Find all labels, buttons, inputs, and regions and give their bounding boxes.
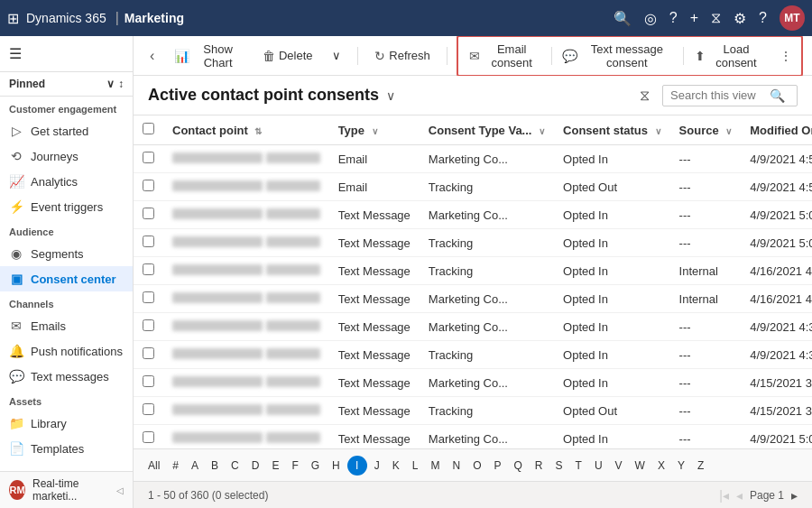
alpha-button-j[interactable]: J xyxy=(369,457,385,475)
plus-icon[interactable]: + xyxy=(690,10,698,26)
table-row[interactable]: Text Message Marketing Co... Opted In In… xyxy=(134,285,812,313)
cell-source: --- xyxy=(670,425,742,449)
dropdown-btn[interactable]: ∨ xyxy=(325,45,348,66)
filter-icon[interactable]: ⧖ xyxy=(640,88,650,104)
alpha-button-w[interactable]: W xyxy=(630,457,651,475)
sidebar-item-text-messages[interactable]: 💬 Text messages xyxy=(0,364,133,389)
search-box: 🔍 xyxy=(662,85,798,106)
alpha-button-p[interactable]: P xyxy=(489,457,507,475)
alpha-button-o[interactable]: O xyxy=(467,457,486,475)
table-row[interactable]: Text Message Tracking Opted In --- 4/9/2… xyxy=(134,341,812,369)
sidebar-item-journeys[interactable]: ⟲ Journeys xyxy=(0,143,133,169)
alpha-button-h[interactable]: H xyxy=(327,457,346,475)
prev-page-button[interactable]: ◂ xyxy=(736,488,743,503)
table-row[interactable]: Text Message Tracking Opted In --- 4/9/2… xyxy=(134,229,812,257)
row-checkbox[interactable] xyxy=(143,291,154,303)
expand-icon[interactable]: ↕ xyxy=(118,78,124,90)
table-row[interactable]: Text Message Tracking Opted In Internal … xyxy=(134,257,812,285)
alpha-button-c[interactable]: C xyxy=(226,457,245,475)
target-icon[interactable]: ◎ xyxy=(644,10,657,27)
alpha-button-all[interactable]: All xyxy=(143,457,165,475)
next-page-button[interactable]: ▸ xyxy=(791,488,798,503)
row-checkbox[interactable] xyxy=(143,319,154,331)
email-consent-button[interactable]: ✉ Email consent xyxy=(462,39,548,73)
cell-contact-point xyxy=(163,257,329,285)
row-checkbox[interactable] xyxy=(143,375,154,387)
table-area: Contact point ⇅ Type ∨ Consent Type Va..… xyxy=(134,115,812,448)
sidebar-item-push-notifications[interactable]: 🔔 Push notifications xyxy=(0,338,133,364)
search-icon[interactable]: 🔍 xyxy=(614,10,632,27)
settings-icon[interactable]: ⚙ xyxy=(734,10,746,27)
alpha-button-q[interactable]: Q xyxy=(509,457,528,475)
funnel-icon[interactable]: ⧖ xyxy=(711,10,721,26)
refresh-button[interactable]: ↻ Refresh xyxy=(367,45,438,67)
alpha-button-d[interactable]: D xyxy=(246,457,265,475)
sidebar-item-templates[interactable]: 📄 Templates xyxy=(0,436,133,461)
table-row[interactable]: Text Message Marketing Co... Opted In --… xyxy=(134,313,812,341)
view-title: Active contact point consents xyxy=(148,86,379,105)
row-checkbox[interactable] xyxy=(143,347,154,359)
load-consent-button[interactable]: ⬆ Load consent xyxy=(687,39,770,73)
row-checkbox[interactable] xyxy=(143,236,154,247)
row-checkbox[interactable] xyxy=(143,180,154,191)
alpha-button-u[interactable]: U xyxy=(589,457,608,475)
waffle-icon[interactable]: ⊞ xyxy=(7,10,19,27)
search-input[interactable] xyxy=(670,88,770,102)
avatar[interactable]: MT xyxy=(780,5,805,31)
select-all-checkbox[interactable] xyxy=(143,123,154,134)
alpha-button-k[interactable]: K xyxy=(387,457,405,475)
alpha-button-x[interactable]: X xyxy=(652,457,670,475)
table-row[interactable]: Text Message Marketing Co... Opted In --… xyxy=(134,369,812,397)
row-checkbox[interactable] xyxy=(143,152,154,163)
alpha-button-s[interactable]: S xyxy=(550,457,568,475)
alpha-button-n[interactable]: N xyxy=(447,457,466,475)
alpha-button-g[interactable]: G xyxy=(306,457,325,475)
table-row[interactable]: Email Marketing Co... Opted In --- 4/9/2… xyxy=(134,145,812,173)
row-checkbox[interactable] xyxy=(143,431,154,443)
help-icon[interactable]: ? xyxy=(759,10,767,26)
text-message-consent-button[interactable]: 💬 Text message consent xyxy=(555,39,679,73)
table-row[interactable]: Email Tracking Opted Out --- 4/9/2021 4:… xyxy=(134,173,812,201)
sidebar-item-event-triggers[interactable]: ⚡ Event triggers xyxy=(0,194,133,219)
row-checkbox[interactable] xyxy=(143,403,154,415)
sidebar-item-analytics[interactable]: 📈 Analytics xyxy=(0,169,133,194)
alpha-button-m[interactable]: M xyxy=(425,457,445,475)
question-icon[interactable]: ? xyxy=(669,10,678,26)
more-options-button[interactable]: ⋮ xyxy=(774,45,798,67)
alpha-button-e[interactable]: E xyxy=(266,457,284,475)
pinned-label: Pinned xyxy=(9,78,45,90)
view-title-chevron[interactable]: ∨ xyxy=(386,88,395,103)
sidebar-item-get-started[interactable]: ▷ Get started xyxy=(0,118,133,143)
sidebar-item-realtime[interactable]: RM Real-time marketi... ◁ xyxy=(0,471,133,508)
alpha-button-r[interactable]: R xyxy=(530,457,549,475)
first-page-button[interactable]: |◂ xyxy=(719,488,729,503)
alpha-button-z[interactable]: Z xyxy=(692,457,709,475)
sidebar-item-library[interactable]: 📁 Library xyxy=(0,411,133,436)
table-row[interactable]: Text Message Marketing Co... Opted In --… xyxy=(134,425,812,449)
status-bar: 1 - 50 of 360 (0 selected) |◂ ◂ Page 1 ▸ xyxy=(134,481,812,508)
alpha-button-a[interactable]: A xyxy=(186,457,204,475)
alpha-button-l[interactable]: L xyxy=(407,457,424,475)
table-row[interactable]: Text Message Marketing Co... Opted In --… xyxy=(134,201,812,229)
chevron-down-icon[interactable]: ∨ xyxy=(106,78,115,90)
hamburger-icon[interactable]: ☰ xyxy=(9,45,22,62)
show-chart-button[interactable]: 📊 Show Chart xyxy=(167,39,250,73)
alpha-button-v[interactable]: V xyxy=(610,457,628,475)
alpha-button-y[interactable]: Y xyxy=(672,457,690,475)
sidebar-item-segments[interactable]: ◉ Segments xyxy=(0,241,133,266)
row-checkbox[interactable] xyxy=(143,263,154,275)
back-button[interactable]: ‹ xyxy=(143,44,161,68)
alpha-button-f[interactable]: F xyxy=(286,457,303,475)
delete-button[interactable]: 🗑 Delete xyxy=(255,45,320,67)
alpha-button-i[interactable]: I xyxy=(347,456,367,476)
row-checkbox[interactable] xyxy=(143,208,154,219)
alpha-button-t[interactable]: T xyxy=(570,457,587,475)
sidebar-item-label: Emails xyxy=(31,319,66,333)
alpha-button-b[interactable]: B xyxy=(206,457,224,475)
search-icon[interactable]: 🔍 xyxy=(770,88,785,103)
table-row[interactable]: Text Message Tracking Opted Out --- 4/15… xyxy=(134,397,812,425)
text-messages-icon: 💬 xyxy=(9,369,23,383)
sidebar-item-consent-center[interactable]: ▣ Consent center xyxy=(0,266,133,291)
alpha-button-#[interactable]: # xyxy=(167,457,184,475)
sidebar-item-emails[interactable]: ✉ Emails xyxy=(0,313,133,338)
